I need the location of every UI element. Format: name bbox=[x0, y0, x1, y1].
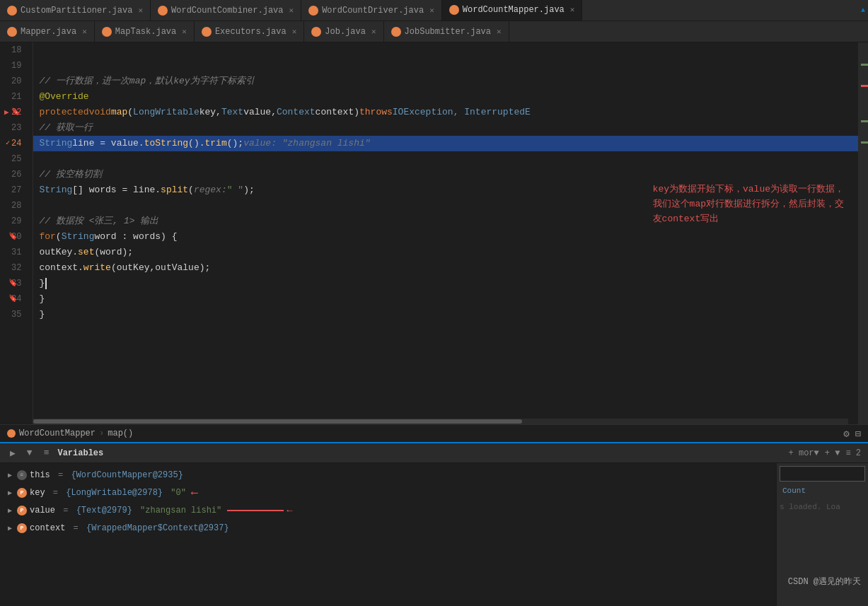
line-numbers: 18 19 20 21 ▶ 🔖 22 23 ✓24 25 26 27 28 29… bbox=[0, 42, 33, 424]
tab-close-8[interactable]: ✕ bbox=[371, 27, 376, 36]
tab-close-6[interactable]: ✕ bbox=[182, 27, 187, 36]
expand-value[interactable]: ▶ bbox=[6, 506, 14, 515]
line-num-32: 32 bbox=[6, 260, 27, 276]
code-line-18 bbox=[33, 42, 858, 58]
tab-mapper[interactable]: Mapper.java ✕ bbox=[0, 21, 95, 42]
collapse-vars-btn[interactable]: ▼ bbox=[24, 446, 35, 460]
tab-icon-5 bbox=[7, 27, 17, 37]
tab-wordcount-driver[interactable]: WordCountDriver.java ✕ bbox=[301, 0, 442, 21]
code-line-31: outKey. set (word); bbox=[33, 245, 858, 260]
line-num-30: 🔖 30 bbox=[6, 229, 27, 245]
arrow-value bbox=[227, 510, 284, 511]
cursor bbox=[45, 278, 47, 289]
code-line-30: for ( String word : words) { bbox=[33, 229, 858, 245]
tab-maptask[interactable]: MapTask.java ✕ bbox=[95, 21, 195, 42]
var-row-context[interactable]: ▶ P context = {WrappedMapper$Context@293… bbox=[0, 519, 776, 537]
tab-close-2[interactable]: ✕ bbox=[289, 6, 294, 15]
bottom-panel: ▶ ▼ ≡ Variables + mor▼ + ▼ ≡ 2 ▶ ≡ this … bbox=[0, 442, 868, 606]
num-label[interactable]: ≡ 2 bbox=[845, 448, 861, 458]
var-icon-value: P bbox=[17, 506, 27, 515]
tab-icon-2 bbox=[158, 6, 168, 16]
expand-key[interactable]: ▶ bbox=[6, 489, 14, 497]
expand-vars-btn[interactable]: ▶ bbox=[7, 446, 18, 460]
expand-context[interactable]: ▶ bbox=[6, 524, 14, 532]
scrollbar-thumb bbox=[33, 419, 522, 424]
line-num-34: 🔖 34 bbox=[6, 291, 27, 307]
csdn-badge: CSDN @遇见的昨天 bbox=[788, 576, 861, 588]
var-icon-context: P bbox=[17, 523, 27, 533]
variables-area: ▶ ≡ this = {WordCountMapper@2935} ▶ P ke… bbox=[0, 463, 868, 606]
right-item-count[interactable]: Count bbox=[780, 484, 865, 497]
right-search-input[interactable] bbox=[780, 466, 865, 482]
line-num-20: 20 bbox=[6, 74, 27, 89]
tab-close-4[interactable]: ✕ bbox=[570, 5, 575, 14]
tab-icon-1 bbox=[7, 6, 17, 16]
code-line-34: } bbox=[33, 291, 858, 307]
tab-close-5[interactable]: ✕ bbox=[82, 27, 87, 36]
code-line-26: // 按空格切割 bbox=[33, 167, 858, 182]
tab-jobsubmitter[interactable]: JobSubmitter.java ✕ bbox=[384, 21, 509, 42]
line-num-23: 23 bbox=[6, 120, 27, 136]
line-num-25: 25 bbox=[6, 151, 27, 167]
tab-custom-partitioner[interactable]: CustomPartitioner.java ✕ bbox=[0, 0, 151, 21]
tab-bar-row2: Mapper.java ✕ MapTask.java ✕ Executors.j… bbox=[0, 21, 868, 42]
tab-icon-7 bbox=[202, 27, 212, 37]
horizontal-scrollbar[interactable] bbox=[33, 419, 848, 424]
line-num-26: 26 bbox=[6, 167, 27, 182]
code-line-23: // 获取一行 bbox=[33, 120, 858, 136]
expand-icon[interactable]: ⊟ bbox=[855, 428, 861, 440]
tab-icon-4 bbox=[449, 5, 459, 15]
editor-container: 18 19 20 21 ▶ 🔖 22 23 ✓24 25 26 27 28 29… bbox=[0, 42, 868, 606]
arrow-key: ⟵ bbox=[192, 486, 197, 499]
tab-icon-8 bbox=[311, 27, 321, 37]
right-scroll-indicator bbox=[858, 42, 868, 424]
tab-executors[interactable]: Executors.java ✕ bbox=[195, 21, 304, 42]
line-num-28: 28 bbox=[6, 198, 27, 214]
code-line-32: context. write (outKey,outValue); bbox=[33, 260, 858, 276]
step-icon[interactable]: ≡ bbox=[41, 446, 52, 460]
variables-list: ▶ ≡ this = {WordCountMapper@2935} ▶ P ke… bbox=[0, 463, 776, 606]
settings-icon[interactable]: ⚙ bbox=[843, 428, 849, 440]
code-line-29: // 数据按 <张三, 1> 输出 bbox=[33, 214, 858, 229]
code-line-22: protected void map ( LongWritable key, T… bbox=[33, 105, 858, 120]
code-area[interactable]: key为数据开始下标，value为读取一行数据， 我们这个map对行数据进行拆分… bbox=[33, 42, 858, 424]
line-num-21: 21 bbox=[6, 89, 27, 105]
code-line-25 bbox=[33, 151, 858, 167]
tab-job[interactable]: Job.java ✕ bbox=[304, 21, 383, 42]
var-icon-this: ≡ bbox=[17, 470, 27, 480]
line-num-29: 29 bbox=[6, 214, 27, 229]
var-row-this[interactable]: ▶ ≡ this = {WordCountMapper@2935} bbox=[0, 466, 776, 484]
tab-icon-6 bbox=[102, 27, 112, 37]
line-num-19: 19 bbox=[6, 58, 27, 74]
code-line-19 bbox=[33, 58, 858, 74]
code-line-21: @Override bbox=[33, 89, 858, 105]
tab-close-9[interactable]: ✕ bbox=[497, 27, 502, 36]
code-line-20: // 一行数据，进一次map，默认key为字符下标索引 bbox=[33, 74, 858, 89]
panel-right-icons: + mor▼ + ▼ ≡ 2 bbox=[789, 448, 861, 458]
tab-wordcount-combiner[interactable]: WordCountCombiner.java ✕ bbox=[151, 0, 301, 21]
tab-close-3[interactable]: ✕ bbox=[429, 6, 434, 15]
editor-wrapper: 18 19 20 21 ▶ 🔖 22 23 ✓24 25 26 27 28 29… bbox=[0, 42, 868, 424]
expand-this[interactable]: ▶ bbox=[6, 471, 14, 479]
line-num-24: ✓24 bbox=[6, 136, 27, 151]
tab-bar-row1: CustomPartitioner.java ✕ WordCountCombin… bbox=[0, 0, 868, 21]
var-icon-key: P bbox=[17, 488, 27, 498]
tab-icon-9 bbox=[391, 27, 401, 37]
right-bottom-text: s loaded. Loa bbox=[780, 503, 865, 511]
panel-header: ▶ ▼ ≡ Variables + mor▼ + ▼ ≡ 2 bbox=[0, 443, 868, 463]
tab-close-1[interactable]: ✕ bbox=[138, 6, 143, 15]
line-num-35: 35 bbox=[6, 307, 27, 322]
code-line-33: } bbox=[33, 276, 858, 291]
tab-wordcount-mapper[interactable]: WordCountMapper.java ✕ bbox=[442, 0, 583, 21]
tab-close-7[interactable]: ✕ bbox=[292, 27, 297, 36]
var-row-key[interactable]: ▶ P key = {LongWritable@2978} "0" ⟵ bbox=[0, 484, 776, 501]
code-line-28 bbox=[33, 198, 858, 214]
count-label[interactable]: + ▼ bbox=[825, 448, 840, 458]
var-row-value[interactable]: ▶ P value = {Text@2979} "zhangsan lishi"… bbox=[0, 501, 776, 519]
tab-icon-3 bbox=[308, 6, 318, 16]
breadcrumb-class[interactable]: WordCountMapper bbox=[19, 429, 96, 438]
code-line-24: String line = value. toString (). trim (… bbox=[33, 136, 858, 151]
memory-label[interactable]: + mor▼ bbox=[789, 448, 819, 458]
breadcrumb-method[interactable]: map() bbox=[108, 429, 133, 438]
breadcrumb: WordCountMapper › map() ⚙ ⊟ bbox=[0, 424, 868, 442]
